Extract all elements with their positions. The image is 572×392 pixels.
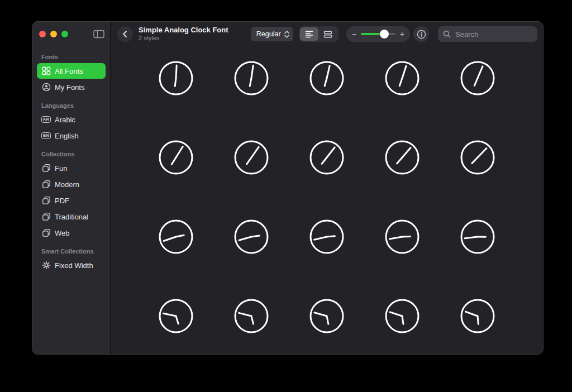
sidebar-item-fun[interactable]: Fun <box>37 160 106 176</box>
grid-icon <box>41 66 51 75</box>
clock-glyph <box>459 59 497 97</box>
clock-glyph <box>383 297 421 335</box>
sidebar-item-label: My Fonts <box>55 83 84 92</box>
close-window-button[interactable] <box>39 31 46 37</box>
sidebar-section-header-fonts: Fonts <box>41 53 101 61</box>
sidebar-item-my-fonts[interactable]: My Fonts <box>37 79 106 95</box>
clock-glyph <box>383 138 421 176</box>
zoom-window-button[interactable] <box>61 31 68 37</box>
back-button[interactable] <box>117 26 133 42</box>
title-block: Simple Analog Clock Font 2 styles <box>139 26 228 42</box>
glyph-cell-12[interactable] <box>232 218 270 256</box>
glyph-cell-4[interactable] <box>383 59 421 97</box>
clock-glyph <box>157 59 195 97</box>
sidebar-section-header-collections: Collections <box>41 150 101 158</box>
glyph-cell-15[interactable] <box>459 218 497 256</box>
chevron-up-down-icon <box>284 30 290 39</box>
sidebar-item-modern[interactable]: Modern <box>37 176 106 192</box>
search-field[interactable] <box>438 26 537 42</box>
glyph-cell-13[interactable] <box>308 218 346 256</box>
badge-icon: EN <box>41 132 51 139</box>
clock-glyph <box>157 297 195 335</box>
glyph-cell-5[interactable] <box>459 59 497 97</box>
collection-icon <box>41 196 51 205</box>
styles-count: 2 styles <box>139 35 228 42</box>
sidebar-item-label: Web <box>55 229 70 237</box>
clock-glyph <box>157 138 195 176</box>
glyph-cell-16[interactable] <box>157 297 195 335</box>
glyph-cell-6[interactable] <box>157 138 195 176</box>
sidebar-item-web[interactable]: Web <box>37 225 106 241</box>
info-icon <box>417 30 426 39</box>
glyph-cell-10[interactable] <box>459 138 497 176</box>
sidebar-toggle-button[interactable] <box>93 30 104 39</box>
view-mode-segmented-control <box>299 26 339 42</box>
sidebar-item-label: Modern <box>55 180 79 189</box>
main-content: Simple Analog Clock Font 2 styles Regula… <box>111 22 543 354</box>
glyph-cell-14[interactable] <box>383 218 421 256</box>
size-slider[interactable] <box>361 30 395 39</box>
chevron-left-icon <box>121 30 129 39</box>
clock-glyph <box>308 59 346 97</box>
sidebar-item-pdf[interactable]: PDF <box>37 193 106 208</box>
search-input[interactable] <box>454 30 532 39</box>
page-title: Simple Analog Clock Font <box>139 26 228 35</box>
list-lines-icon <box>305 30 313 39</box>
toolbar: Simple Analog Clock Font 2 styles Regula… <box>111 22 543 46</box>
clock-glyph <box>308 138 346 176</box>
glyph-cell-7[interactable] <box>232 138 270 176</box>
glyph-cell-2[interactable] <box>232 59 270 97</box>
minimize-window-button[interactable] <box>50 31 57 37</box>
clock-glyph <box>157 218 195 256</box>
language-badge: AR <box>41 116 51 123</box>
collection-icon <box>41 228 51 237</box>
sidebar-item-fixed-width[interactable]: Fixed Width <box>37 257 106 273</box>
clock-glyph <box>383 59 421 97</box>
sidebar-section-header-languages: Languages <box>41 102 101 109</box>
clock-glyph <box>232 297 270 335</box>
search-icon <box>443 30 451 38</box>
glyph-cell-1[interactable] <box>157 59 195 97</box>
size-increase-button[interactable]: + <box>400 30 404 38</box>
glyph-cell-9[interactable] <box>383 138 421 176</box>
size-slider-group: − + <box>346 26 410 42</box>
sidebar-item-label: All Fonts <box>55 67 83 75</box>
slider-knob[interactable] <box>380 30 389 39</box>
glyph-cell-17[interactable] <box>232 297 270 335</box>
glyph-cell-18[interactable] <box>308 297 346 335</box>
sidebar-section-header-smart-collections: Smart Collections <box>41 247 101 255</box>
sidebar-item-traditional[interactable]: Traditional <box>37 209 106 224</box>
clock-glyph <box>308 297 346 335</box>
collection-icon <box>41 164 51 173</box>
glyph-grid <box>111 46 543 354</box>
glyph-cell-3[interactable] <box>308 59 346 97</box>
font-book-window: Fonts All Fonts My FontsLanguagesARArabi… <box>32 21 544 355</box>
glyph-cell-11[interactable] <box>157 218 195 256</box>
gear-icon <box>41 261 51 270</box>
glyph-cell-8[interactable] <box>308 138 346 176</box>
badge-icon: AR <box>41 116 51 123</box>
sidebar-item-label: Fixed Width <box>55 261 93 270</box>
sidebar-item-all-fonts[interactable]: All Fonts <box>37 63 106 79</box>
sidebar-item-english[interactable]: ENEnglish <box>37 128 106 144</box>
info-button[interactable] <box>413 26 429 42</box>
rows-view-button[interactable] <box>319 27 337 41</box>
person-icon <box>41 83 51 92</box>
slider-track[interactable] <box>361 33 395 35</box>
style-picker-value: Regular <box>256 30 281 38</box>
clock-glyph <box>383 218 421 256</box>
window-controls <box>32 22 110 46</box>
sidebar-item-label: Fun <box>55 164 67 173</box>
sidebar-toggle-icon <box>93 30 104 39</box>
sidebar-item-label: Arabic <box>55 116 75 124</box>
sidebar-item-label: PDF <box>55 197 69 205</box>
style-picker-dropdown[interactable]: Regular <box>251 27 293 41</box>
list-view-button[interactable] <box>300 27 318 41</box>
clock-glyph <box>232 59 270 97</box>
clock-glyph <box>308 218 346 256</box>
glyph-cell-19[interactable] <box>383 297 421 335</box>
glyph-cell-20[interactable] <box>459 297 497 335</box>
clock-glyph <box>459 297 497 335</box>
sidebar-item-arabic[interactable]: ARArabic <box>37 112 106 127</box>
size-decrease-button[interactable]: − <box>352 30 356 38</box>
